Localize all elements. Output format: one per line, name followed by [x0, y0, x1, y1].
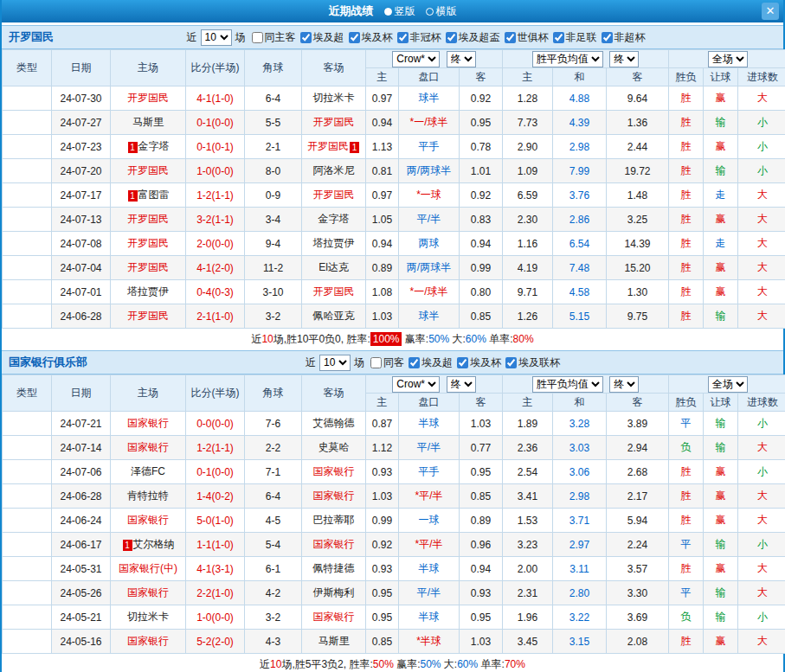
league-cell: 埃及超 — [3, 280, 52, 304]
asia-handicap-line: 一球 — [399, 509, 460, 533]
asia-odds-group-header: Crow* 终 — [366, 375, 503, 394]
euro-home-odds: 1.09 — [503, 159, 553, 183]
home-team-cell: 国家银行 — [111, 509, 186, 533]
asia-home-odds: 0.95 — [366, 581, 399, 605]
recent-count-select[interactable]: 10 — [201, 29, 232, 46]
match-row: 埃及超24-07-01塔拉贾伊0-4(0-3)3-10开罗国民1.08*一/球半… — [3, 280, 785, 304]
radio-horizontal-label: 横版 — [436, 4, 457, 19]
result-handicap: 输 — [704, 436, 738, 460]
asia-handicap-line: 平手 — [399, 135, 460, 159]
euro-home-odds: 6.59 — [503, 183, 553, 208]
filter-checkbox-埃及超盃[interactable]: 埃及超盃 — [446, 30, 500, 45]
filter-checkbox-非冠杯[interactable]: 非冠杯 — [397, 30, 441, 45]
euro-away-odds: 3.57 — [607, 557, 669, 581]
result-wdl: 胜 — [669, 460, 704, 484]
result-wdl: 胜 — [669, 232, 704, 256]
home-team-cell: 国家银行 — [111, 630, 186, 654]
team-name-text: El达克 — [319, 261, 349, 273]
checkbox-input[interactable] — [370, 357, 382, 368]
league-cell: 埃及超 — [3, 581, 52, 605]
checkbox-input[interactable] — [505, 357, 517, 368]
filter-checkbox-非超杯[interactable]: 非超杯 — [602, 30, 646, 45]
date-cell: 24-06-17 — [52, 533, 111, 557]
euro-home-odds: 3.23 — [503, 533, 553, 557]
recent-count-select[interactable]: 10 — [319, 355, 351, 371]
filter-checkbox-同客[interactable]: 同客 — [370, 355, 404, 370]
league-cell: 埃及超 — [3, 183, 52, 208]
filter-checkbox-非足联[interactable]: 非足联 — [553, 30, 597, 45]
checkbox-label: 世俱杯 — [518, 30, 549, 45]
asia-home-odds: 0.81 — [366, 159, 399, 183]
corner-cell: 6-4 — [245, 86, 302, 111]
filter-checkbox-同主客[interactable]: 同主客 — [252, 30, 296, 45]
scope-select[interactable]: 全场 — [708, 51, 748, 67]
euro-draw-odds: 6.54 — [553, 232, 607, 256]
europe-mean-select[interactable]: 胜平负均值 — [532, 51, 603, 67]
result-goals: 小 — [738, 460, 785, 484]
asia-away-odds: 0.99 — [460, 256, 503, 280]
home-team-cell: 国家银行 — [111, 412, 186, 436]
filter-checkbox-埃及杯[interactable]: 埃及杯 — [349, 30, 393, 45]
checkbox-input[interactable] — [300, 32, 312, 43]
asia-away-odds: 0.95 — [460, 460, 503, 484]
checkbox-input[interactable] — [505, 32, 516, 43]
date-cell: 24-07-13 — [52, 208, 111, 232]
layout-horizontal-radio[interactable]: 横版 — [426, 4, 457, 19]
filter-checkbox-埃及杯[interactable]: 埃及杯 — [457, 355, 501, 370]
filter-checkbox-埃及联杯[interactable]: 埃及联杯 — [505, 355, 560, 370]
asia-handicap-line: 平/半 — [399, 581, 460, 605]
asia-handicap-line: 两/两球半 — [399, 159, 460, 183]
bookmaker-select[interactable]: Crow* — [392, 376, 440, 393]
checkbox-label: 埃及超盃 — [459, 30, 500, 45]
euro-away-odds: 2.68 — [607, 460, 669, 484]
asia-odds-group-header: Crow* 终 — [366, 50, 503, 68]
filter-checkbox-世俱杯[interactable]: 世俱杯 — [505, 30, 549, 45]
europe-mean-select[interactable]: 胜平负均值 — [532, 376, 603, 393]
subcol-asia-away: 客 — [460, 68, 503, 86]
match-row: 埃及超24-06-171艾尔格纳1-1(1-0)5-4国家银行0.92*平/半0… — [3, 533, 785, 557]
col-header-score: 比分(半场) — [186, 50, 245, 86]
europe-final-select[interactable]: 终 — [609, 376, 639, 393]
checkbox-input[interactable] — [457, 357, 468, 368]
close-button[interactable]: ✕ — [762, 3, 779, 20]
asia-final-select[interactable]: 终 — [447, 376, 476, 393]
match-row: 埃及超24-07-27马斯里0-1(0-0)5-5开罗国民0.94*一/球半0.… — [3, 111, 785, 135]
match-row: 埃及超24-07-21国家银行0-0(0-0)7-6艾德翰德0.87半球1.03… — [3, 412, 785, 436]
away-team-cell: 切拉米卡 — [302, 86, 366, 111]
asia-away-odds: 0.80 — [460, 280, 503, 304]
match-row: 埃及超24-07-06泽德FC0-1(0-0)7-1国家银行0.93平手0.95… — [3, 460, 785, 484]
filter-checkbox-埃及超[interactable]: 埃及超 — [409, 355, 453, 370]
home-team-cell: 国家银行(中) — [111, 557, 186, 581]
filter-checkbox-埃及超[interactable]: 埃及超 — [300, 30, 344, 45]
checkbox-input[interactable] — [446, 32, 457, 43]
checkbox-input[interactable] — [553, 32, 564, 43]
team-name-text: 塔拉贾伊 — [313, 237, 355, 249]
checkbox-input[interactable] — [397, 32, 409, 43]
europe-final-select[interactable]: 终 — [609, 51, 639, 67]
checkbox-input[interactable] — [602, 32, 613, 43]
corner-cell: 8-0 — [245, 159, 302, 183]
corner-cell: 2-2 — [245, 436, 302, 460]
summary-segment: 场,胜10平0负0, 胜率: — [273, 333, 370, 345]
result-group-header: 全场 — [669, 50, 785, 68]
scope-select[interactable]: 全场 — [708, 376, 748, 393]
summary-segment: 大: — [449, 333, 466, 345]
section-national-bank: 国家银行俱乐部 近 10 场 同客埃及超埃及杯埃及联杯 类型 日期 主场 比分(… — [2, 350, 783, 672]
checkbox-label: 同主客 — [265, 30, 296, 45]
euro-away-odds: 2.24 — [607, 533, 669, 557]
asia-home-odds: 0.94 — [366, 111, 399, 135]
bookmaker-select[interactable]: Crow* — [392, 51, 440, 67]
subcol-euro-home: 主 — [503, 394, 553, 412]
asia-final-select[interactable]: 终 — [447, 51, 476, 67]
checkbox-input[interactable] — [252, 32, 263, 43]
euro-draw-odds: 7.99 — [553, 159, 607, 183]
away-team-cell: 开罗国民 — [302, 280, 366, 304]
match-row: 埃及超24-06-28开罗国民2-1(1-0)3-2佩哈亚克1.03球半0.85… — [3, 304, 785, 329]
asia-home-odds: 0.93 — [366, 460, 399, 484]
checkbox-input[interactable] — [349, 32, 360, 43]
euro-away-odds: 3.69 — [607, 605, 669, 630]
checkbox-input[interactable] — [409, 357, 420, 368]
team-name-text: 切拉米卡 — [127, 611, 169, 623]
euro-draw-odds: 3.03 — [553, 436, 607, 460]
layout-vertical-radio[interactable]: 竖版 — [384, 4, 415, 19]
